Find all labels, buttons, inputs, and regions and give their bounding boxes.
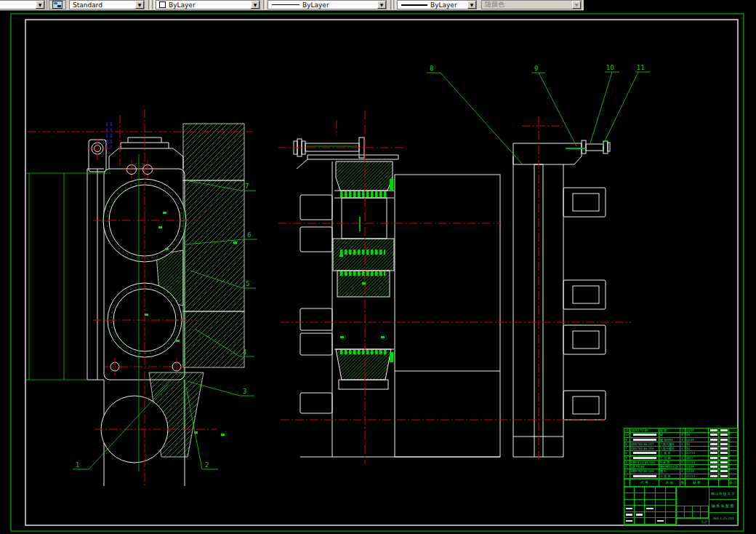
chevron-down-icon[interactable]: ▼ [251,1,260,9]
linetype-combo[interactable]: ByLayer ▼ [268,0,387,9]
callout-11: 11 [637,64,645,71]
color-combo[interactable]: ByLayer ▼ [156,0,260,9]
style-combo[interactable]: Standard ▼ [69,0,145,9]
university-name: 鞍山科技大学 [709,487,737,500]
callout-9: 9 [534,65,538,72]
drawing-title: 轴系装配图 [709,500,737,512]
table-row: 1 下 泵 体1 2Cr13 [624,474,737,479]
toolbar: ▼ Standard ▼ ByLayer ▼ ByLayer ▼ ByLayer… [0,0,584,11]
toolbar-separator [263,0,266,9]
header-name: 名 称 [659,479,680,486]
parts-list: 11GB93 70-85 垫 圈1 Q235 10 键4 45 9 螺 母M56… [624,428,738,479]
callout-7: 7 [245,183,249,190]
chevron-down-icon: ▼ [572,1,581,9]
lineweight-combo-value: ByLayer [427,1,467,9]
style-combo-value: Standard [70,1,135,9]
stage-mark-area: 1:2 [677,487,709,525]
lineweight-combo[interactable]: ByLayer ▼ [397,0,477,9]
cutoff-combo[interactable]: ▼ [0,0,45,9]
callout-1: 1 [76,461,79,469]
header-material: 材 料 [685,479,709,486]
header-qty: 数 [680,479,685,486]
parts-list-header: 代 号 名 称 数 材 料 备 注 [624,479,738,487]
signature-grid [624,487,677,525]
middle-view [294,138,500,457]
toolbar-separator [148,0,151,9]
chevron-down-icon[interactable]: ▼ [377,1,386,9]
callout-3: 3 [243,388,246,395]
header-note: 备 注 [729,479,737,486]
right-view [513,140,610,457]
color-swatch-icon [159,1,166,8]
callout-6: 6 [247,231,251,239]
color-combo-value: ByLayer [166,1,251,9]
plotstyle-combo-value: 随颜色 [482,0,572,9]
title-block-right: 鞍山科技大学 轴系装配图 260 2.25 201 [709,487,737,525]
chevron-down-icon[interactable]: ▼ [135,1,144,9]
chevron-down-icon[interactable]: ▼ [36,1,44,9]
hidden-lines [107,122,111,148]
callout-4: 4 [243,348,246,356]
toolbar-separator [152,0,155,9]
scale-value: 1:2 [677,519,709,525]
toolbar-separator [393,0,396,9]
title-block: 11GB93 70-85 垫 圈1 Q235 10 键4 45 9 螺 母M56… [624,428,738,525]
chevron-down-icon[interactable]: ▼ [467,1,476,9]
linetype-sample-icon [272,4,299,5]
make-layer-current-button[interactable] [49,0,66,9]
lineweight-sample-icon [401,4,427,6]
layer-icon [52,1,63,9]
callout-8: 8 [430,65,433,72]
callout-10: 10 [606,64,614,71]
drawing-number: 260 2.25 201 [709,513,737,525]
linetype-combo-value: ByLayer [299,1,377,9]
title-block-main: 1:2 鞍山科技大学 轴系装配图 260 2.25 201 [624,487,738,525]
callout-5: 5 [246,280,249,287]
plotstyle-combo: 随颜色 ▼ [481,0,582,9]
callout-2: 2 [205,461,209,469]
header-code: 代 号 [630,479,659,486]
